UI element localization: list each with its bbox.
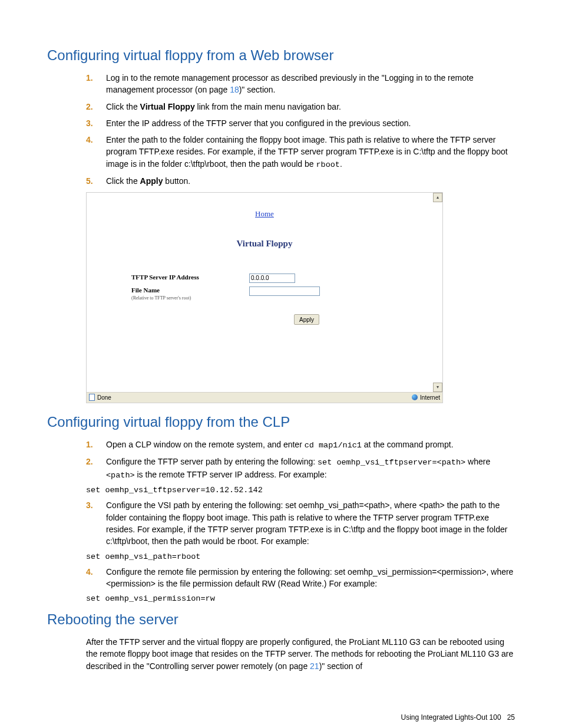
step-item: 2.Click the Virtual Floppy link from the… [86, 101, 515, 113]
step-number: 4. [86, 134, 106, 170]
step-body: Enter the IP address of the TFTP server … [106, 117, 515, 129]
step-item: 2.Configure the TFTP server path by ente… [86, 456, 515, 481]
step-body: Configure the remote file permission by … [106, 566, 515, 590]
step-body: Configure the VSI path by entering the f… [106, 499, 515, 547]
code-line: set oemhp_vsi_tftpserver=10.12.52.142 [86, 486, 515, 495]
heading-web: Configuring virtual floppy from a Web br… [47, 47, 515, 64]
step-item: 3.Enter the IP address of the TFTP serve… [86, 117, 515, 129]
step-number: 4. [86, 566, 106, 590]
step-body: Open a CLP window on the remote system, … [106, 439, 515, 452]
step-number: 2. [86, 101, 106, 113]
code-line: set oemhp_vsi_permission=rw [86, 594, 515, 603]
step-body: Click the Virtual Floppy link from the m… [106, 101, 515, 113]
heading-reboot: Rebooting the server [47, 611, 515, 628]
heading-clp: Configuring virtual floppy from the CLP [47, 414, 515, 430]
scroll-down-icon[interactable]: ▾ [433, 383, 442, 392]
step-number: 1. [86, 72, 106, 96]
label-file-name: File Name (Relative to TFTP server's roo… [131, 286, 249, 301]
code-line: set oemhp_vsi_path=rboot [86, 552, 515, 561]
step-body: Enter the path to the folder containing … [106, 134, 515, 170]
reboot-paragraph: After the TFTP server and the virtual fl… [86, 636, 515, 672]
step-number: 3. [86, 117, 106, 129]
footer: Using Integrated Lights-Out 100 25 [47, 713, 515, 722]
page-icon [89, 394, 95, 401]
input-tftp-ip[interactable] [249, 274, 295, 283]
step-item: 5.Click the Apply button. [86, 175, 515, 187]
step-number: 3. [86, 499, 106, 547]
step-item: 4.Enter the path to the folder containin… [86, 134, 515, 170]
step-number: 2. [86, 456, 106, 481]
scroll-up-icon[interactable]: ▴ [433, 193, 442, 202]
status-done: Done [97, 394, 111, 401]
step-body: Log in to the remote management processo… [106, 72, 515, 96]
embedded-screenshot: ▴ ▾ Home Virtual Floppy TFTP Server IP A… [86, 192, 443, 403]
label-tftp-ip: TFTP Server IP Address [131, 274, 249, 281]
virtual-floppy-title: Virtual Floppy [87, 239, 442, 249]
step-item: 4.Configure the remote file permission b… [86, 566, 515, 590]
step-item: 3.Configure the VSI path by entering the… [86, 499, 515, 547]
step-body: Click the Apply button. [106, 175, 515, 187]
step-body: Configure the TFTP server path by enteri… [106, 456, 515, 481]
step-number: 1. [86, 439, 106, 452]
home-link[interactable]: Home [87, 193, 442, 219]
page-link[interactable]: 18 [230, 85, 239, 94]
input-file-name[interactable] [249, 286, 320, 296]
status-bar: Done Internet [87, 392, 442, 403]
step-item: 1.Log in to the remote management proces… [86, 72, 515, 96]
apply-button[interactable]: Apply [294, 314, 319, 325]
globe-icon [412, 394, 418, 400]
page-link-21[interactable]: 21 [310, 661, 319, 671]
status-zone: Internet [420, 394, 440, 401]
step-item: 1.Open a CLP window on the remote system… [86, 439, 515, 452]
step-number: 5. [86, 175, 106, 187]
